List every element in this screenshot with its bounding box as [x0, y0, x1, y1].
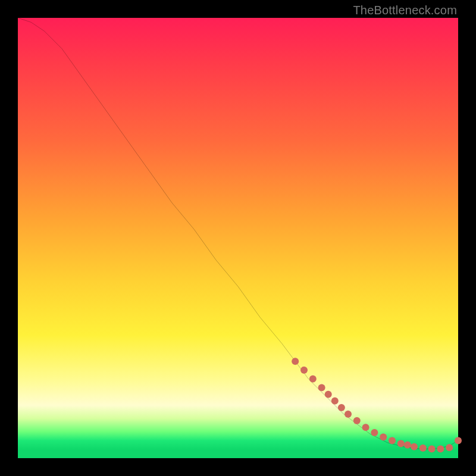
data-point: [318, 384, 325, 392]
data-point: [380, 433, 387, 440]
data-point: [338, 404, 345, 411]
data-point: [397, 440, 405, 447]
data-point: [455, 437, 462, 444]
marker-layer: [18, 18, 458, 458]
data-point: [309, 375, 317, 383]
data-point: [428, 445, 436, 452]
data-point: [325, 391, 332, 398]
chart-container: TheBottleneck.com: [0, 0, 476, 476]
marker-group: [292, 358, 462, 452]
data-point: [292, 358, 299, 365]
plot-area: [18, 18, 458, 458]
data-point: [411, 443, 418, 450]
watermark-text: TheBottleneck.com: [353, 4, 457, 17]
data-point: [446, 444, 453, 451]
data-point: [331, 397, 339, 405]
data-point: [419, 444, 427, 452]
data-point: [353, 417, 361, 424]
data-point: [437, 445, 444, 452]
data-point: [404, 441, 411, 449]
data-point: [300, 367, 308, 374]
data-point: [345, 411, 352, 418]
data-point: [389, 437, 396, 444]
data-point: [371, 429, 378, 436]
data-point: [362, 424, 369, 431]
